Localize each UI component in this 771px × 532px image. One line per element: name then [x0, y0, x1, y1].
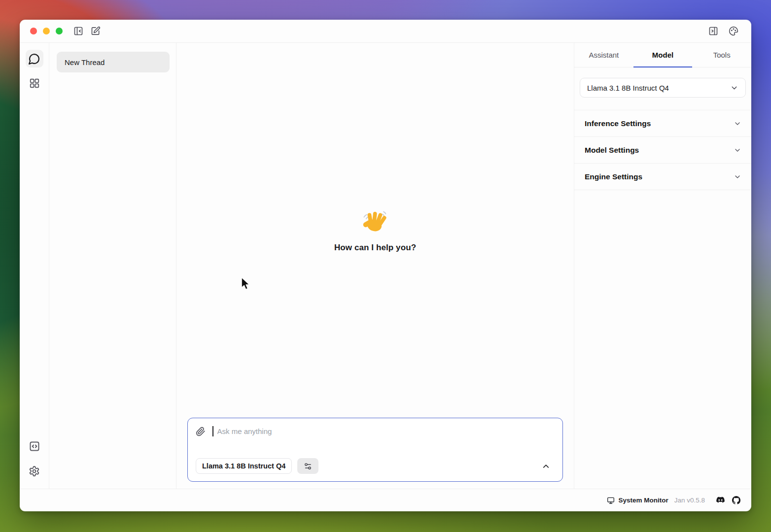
status-bar: System Monitor Jan v0.5.8	[20, 489, 751, 511]
chevron-down-icon	[730, 84, 738, 92]
panel-right-open-icon[interactable]	[708, 26, 718, 36]
new-thread-pencil-icon[interactable]	[91, 26, 101, 36]
tab-model[interactable]: Model	[633, 43, 693, 67]
input-row	[196, 426, 555, 436]
chevron-down-icon	[734, 146, 741, 154]
collapse-chevron-up-icon[interactable]	[541, 462, 551, 471]
system-monitor-label: System Monitor	[618, 497, 668, 504]
message-input[interactable]	[217, 427, 555, 435]
right-settings-panel: Assistant Model Tools Llama 3.1 8B Instr…	[574, 43, 751, 489]
tab-assistant[interactable]: Assistant	[574, 43, 633, 67]
tab-tools-label: Tools	[713, 51, 731, 59]
traffic-lights	[30, 28, 63, 34]
chevron-down-icon	[734, 120, 741, 128]
section-engine-settings[interactable]: Engine Settings	[574, 164, 751, 190]
section-label: Inference Settings	[585, 119, 651, 128]
github-icon[interactable]	[732, 496, 740, 504]
section-model-settings[interactable]: Model Settings	[574, 137, 751, 164]
app-version: Jan v0.5.8	[674, 497, 705, 504]
chat-main: How can I help you? Llama 3.1 8B Instruc…	[176, 43, 574, 489]
threads-chat-icon[interactable]	[26, 50, 43, 67]
section-label: Engine Settings	[585, 172, 642, 181]
text-caret	[212, 426, 213, 436]
tab-assistant-label: Assistant	[589, 51, 619, 59]
model-chip-label: Llama 3.1 8B Instruct Q4	[202, 462, 285, 470]
status-links	[716, 496, 740, 504]
content-area: New Thread	[20, 43, 751, 489]
app-window: New Thread	[20, 20, 751, 511]
toolbar-left-icons	[73, 26, 101, 36]
thread-list-item[interactable]: New Thread	[57, 52, 170, 72]
tab-model-label: Model	[652, 51, 673, 59]
right-panel-tabs: Assistant Model Tools	[574, 43, 751, 67]
monitor-icon	[607, 497, 615, 504]
desktop: { "colors": { "accent": "#3a55cc", "inpu…	[0, 0, 771, 532]
model-select-value: Llama 3.1 8B Instruct Q4	[587, 84, 669, 92]
chevron-down-icon	[734, 173, 741, 181]
attach-paperclip-icon[interactable]	[196, 427, 206, 436]
input-toolbar: Llama 3.1 8B Instruct Q4	[196, 458, 555, 474]
greeting-text: How can I help you?	[334, 243, 416, 253]
local-api-server-code-icon[interactable]	[26, 437, 43, 455]
system-monitor-button[interactable]: System Monitor	[607, 497, 668, 504]
theme-palette-icon[interactable]	[729, 26, 738, 36]
section-label: Model Settings	[585, 146, 639, 155]
left-rail	[20, 43, 49, 489]
waving-hand-emoji	[361, 208, 389, 235]
settings-sections: Inference Settings Model Settings Engine…	[574, 110, 751, 190]
settings-gear-icon[interactable]	[26, 462, 43, 480]
message-input-box: Llama 3.1 8B Instruct Q4	[187, 418, 563, 482]
hub-grid-icon[interactable]	[26, 74, 43, 92]
model-select-dropdown[interactable]: Llama 3.1 8B Instruct Q4	[580, 78, 746, 98]
discord-icon[interactable]	[716, 497, 725, 504]
zoom-window-button[interactable]	[56, 28, 63, 34]
thread-list-panel: New Thread	[49, 43, 176, 489]
section-inference-settings[interactable]: Inference Settings	[574, 110, 751, 137]
toolbar-right-icons	[708, 26, 738, 36]
minimize-window-button[interactable]	[43, 28, 50, 34]
close-window-button[interactable]	[30, 28, 37, 34]
model-selector-chip[interactable]: Llama 3.1 8B Instruct Q4	[196, 458, 292, 474]
panel-left-close-icon[interactable]	[73, 26, 83, 36]
tab-tools[interactable]: Tools	[692, 43, 751, 67]
thread-title: New Thread	[65, 58, 105, 66]
titlebar	[20, 20, 751, 43]
model-dropdown-wrap: Llama 3.1 8B Instruct Q4	[574, 67, 751, 98]
model-settings-sliders-icon[interactable]	[297, 458, 318, 474]
empty-state-greeting: How can I help you?	[176, 43, 574, 418]
